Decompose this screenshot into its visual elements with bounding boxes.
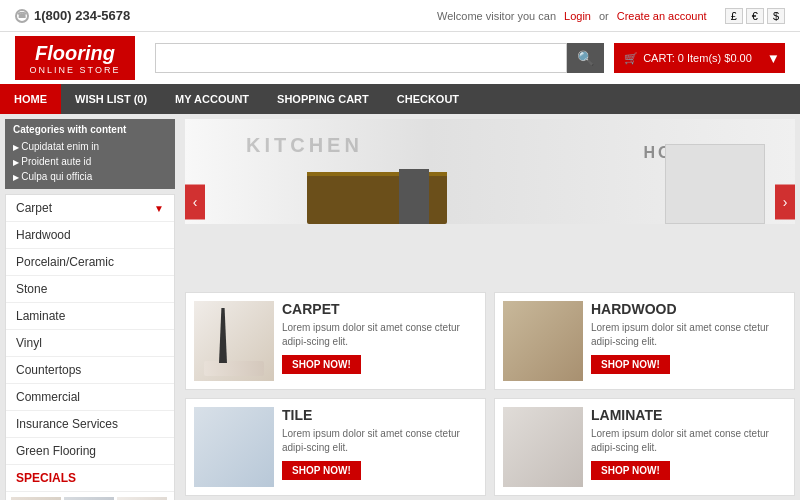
laminate-image (503, 407, 583, 487)
sidebar-widget-item[interactable]: Proident aute id (13, 154, 167, 169)
currency-usd[interactable]: $ (767, 8, 785, 24)
kitchen-label: KITCHEN (246, 134, 363, 157)
carpet-title: CARPET (282, 301, 477, 317)
header-top: ☎ 1(800) 234-5678 Welcome visitor you ca… (0, 0, 800, 32)
phone-icon: ☎ (15, 9, 29, 23)
sidebar-widget-item[interactable]: Cupidatat enim in (13, 139, 167, 154)
cart-dropdown-button[interactable]: ▼ (762, 43, 785, 73)
cart-area: 🛒 CART: 0 Item(s) $0.00 ▼ (614, 43, 785, 73)
sidebar-item-label: Vinyl (16, 336, 42, 350)
search-input[interactable] (155, 43, 567, 73)
slider-image: KITCHEN HOME (185, 119, 795, 284)
welcome-text: Welcome visitor you can (437, 10, 556, 22)
laminate-title: LAMINATE (591, 407, 786, 423)
nav-cart[interactable]: SHOPPING CART (263, 84, 383, 114)
phone-area: ☎ 1(800) 234-5678 (15, 8, 130, 23)
sidebar-widget-item[interactable]: Culpa qui officia (13, 169, 167, 184)
or-text: or (599, 10, 609, 22)
sidebar-item-carpet[interactable]: Carpet ▼ (6, 195, 174, 222)
product-card-tile: TILE Lorem ipsum dolor sit amet conse ct… (185, 398, 486, 496)
header-main: Flooring ONLINE STORE 🔍 🛒 CART: 0 Item(s… (0, 32, 800, 84)
sidebar-specials[interactable]: SPECIALS (6, 465, 174, 492)
sidebar-item-stone[interactable]: Stone (6, 276, 174, 303)
slider: KITCHEN HOME ‹ › (185, 119, 795, 284)
sidebar-widget: Categories with content Cupidatat enim i… (5, 119, 175, 189)
product-card-hardwood: HARDWOOD Lorem ipsum dolor sit amet cons… (494, 292, 795, 390)
currency-gbp[interactable]: £ (725, 8, 743, 24)
chevron-down-icon: ▼ (154, 203, 164, 214)
header-top-right: Welcome visitor you can Login or Create … (437, 8, 785, 24)
currency-buttons: £ € $ (725, 8, 785, 24)
search-button[interactable]: 🔍 (567, 43, 604, 73)
sidebar-item-label: Hardwood (16, 228, 71, 242)
sidebar-item-green[interactable]: Green Flooring (6, 438, 174, 465)
tile-desc: Lorem ipsum dolor sit amet conse ctetur … (282, 427, 477, 455)
chair (399, 169, 429, 224)
login-link[interactable]: Login (564, 10, 591, 22)
create-account-link[interactable]: Create an account (617, 10, 707, 22)
sidebar-item-laminate[interactable]: Laminate (6, 303, 174, 330)
sidebar-featured-images (6, 492, 174, 500)
hardwood-desc: Lorem ipsum dolor sit amet conse ctetur … (591, 321, 786, 349)
sidebar-item-label: Stone (16, 282, 47, 296)
sidebar-widget-list: Cupidatat enim in Proident aute id Culpa… (13, 139, 167, 184)
tile-image (194, 407, 274, 487)
sidebar-item-insurance[interactable]: Insurance Services (6, 411, 174, 438)
floor (185, 224, 795, 284)
hardwood-info: HARDWOOD Lorem ipsum dolor sit amet cons… (591, 301, 786, 381)
sidebar-item-countertops[interactable]: Countertops (6, 357, 174, 384)
sidebar-item-label: Countertops (16, 363, 81, 377)
specials-label: SPECIALS (16, 471, 76, 485)
sidebar-widget-title: Categories with content (13, 124, 167, 135)
product-grid: CARPET Lorem ipsum dolor sit amet conse … (185, 292, 795, 496)
logo[interactable]: Flooring ONLINE STORE (15, 36, 135, 81)
slider-next-button[interactable]: › (775, 184, 795, 219)
phone-number: 1(800) 234-5678 (34, 8, 130, 23)
laminate-info: LAMINATE Lorem ipsum dolor sit amet cons… (591, 407, 786, 487)
search-bar: 🔍 (155, 43, 604, 73)
tile-info: TILE Lorem ipsum dolor sit amet conse ct… (282, 407, 477, 487)
laminate-desc: Lorem ipsum dolor sit amet conse ctetur … (591, 427, 786, 455)
product-card-carpet: CARPET Lorem ipsum dolor sit amet conse … (185, 292, 486, 390)
main-content: KITCHEN HOME ‹ › CARPET Lorem ipsum d (180, 114, 800, 500)
nav-wishlist[interactable]: WISH LIST (0) (61, 84, 161, 114)
sidebar-item-label: Laminate (16, 309, 65, 323)
logo-title: Flooring (25, 41, 125, 65)
sidebar-item-commercial[interactable]: Commercial (6, 384, 174, 411)
sidebar-item-label: Insurance Services (16, 417, 118, 431)
nav-home[interactable]: HOME (0, 84, 61, 114)
product-card-laminate: LAMINATE Lorem ipsum dolor sit amet cons… (494, 398, 795, 496)
sidebar-item-hardwood[interactable]: Hardwood (6, 222, 174, 249)
sidebar-item-label: Green Flooring (16, 444, 96, 458)
hardwood-image (503, 301, 583, 381)
sidebar-menu: Carpet ▼ Hardwood Porcelain/Ceramic Ston… (5, 194, 175, 500)
laminate-shop-button[interactable]: SHOP NOW! (591, 461, 670, 480)
tile-title: TILE (282, 407, 477, 423)
sidebar-item-label: Porcelain/Ceramic (16, 255, 114, 269)
content-area: Categories with content Cupidatat enim i… (0, 114, 800, 500)
cart-icon: 🛒 (624, 52, 638, 65)
carpet-visual (204, 361, 264, 376)
navigation: HOME WISH LIST (0) MY ACCOUNT SHOPPING C… (0, 84, 800, 114)
sidebar-item-label: Carpet (16, 201, 52, 215)
leg-visual (219, 308, 227, 363)
cart-label: CART: 0 Item(s) $0.00 (643, 52, 752, 64)
sidebar: Categories with content Cupidatat enim i… (0, 114, 180, 500)
currency-eur[interactable]: € (746, 8, 764, 24)
cart-button[interactable]: 🛒 CART: 0 Item(s) $0.00 (614, 43, 762, 73)
nav-checkout[interactable]: CHECKOUT (383, 84, 473, 114)
hardwood-title: HARDWOOD (591, 301, 786, 317)
carpet-shop-button[interactable]: SHOP NOW! (282, 355, 361, 374)
sidebar-item-vinyl[interactable]: Vinyl (6, 330, 174, 357)
sidebar-item-porcelain[interactable]: Porcelain/Ceramic (6, 249, 174, 276)
carpet-image (194, 301, 274, 381)
tile-shop-button[interactable]: SHOP NOW! (282, 461, 361, 480)
carpet-desc: Lorem ipsum dolor sit amet conse ctetur … (282, 321, 477, 349)
slider-prev-button[interactable]: ‹ (185, 184, 205, 219)
carpet-info: CARPET Lorem ipsum dolor sit amet conse … (282, 301, 477, 381)
hardwood-shop-button[interactable]: SHOP NOW! (591, 355, 670, 374)
logo-subtitle: ONLINE STORE (25, 65, 125, 76)
nav-account[interactable]: MY ACCOUNT (161, 84, 263, 114)
cabinet (665, 144, 765, 224)
sidebar-item-label: Commercial (16, 390, 80, 404)
